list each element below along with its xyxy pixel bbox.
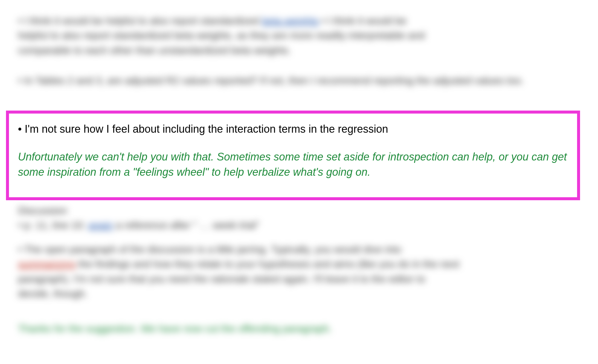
blurred-text: • I think it would be helpful to also re… [18,15,262,26]
blurred-paragraph: • In Tables 2 and 3, are adjusted R2 val… [18,73,580,88]
blurred-heading: Discussion [18,203,293,218]
blurred-link: beta weights [262,15,319,26]
blurred-paragraph: • I think it would be helpful to also re… [18,13,431,58]
highlighted-excerpt: • I'm not sure how I feel about includin… [6,111,580,200]
blurred-paragraph: • The open paragraph of the discussion i… [18,242,460,301]
reviewer-comment: • I'm not sure how I feel about includin… [18,122,568,137]
author-reply: Unfortunately we can't help you with tha… [18,149,568,180]
blurred-paragraph: Discussion • p. 11, line 10: again a ref… [18,203,293,233]
blurred-reply: Thanks for the suggestion. We have now c… [18,321,395,336]
blurred-text: • p. 11, line 10: again a reference afte… [18,218,293,233]
document-page: • I think it would be helpful to also re… [0,0,598,364]
blurred-spellcheck: summarizing [18,258,76,270]
blurred-link: again [88,219,113,231]
